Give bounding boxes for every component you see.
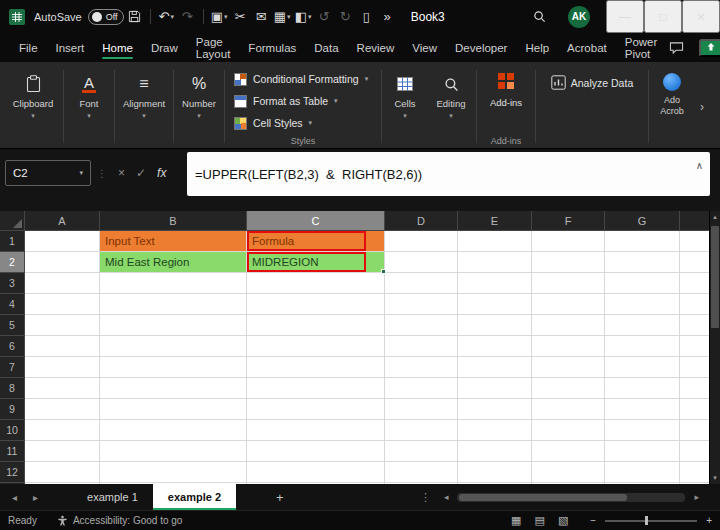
page-layout-view-button[interactable]: ▤ bbox=[535, 514, 545, 527]
cell-A8[interactable] bbox=[25, 378, 100, 399]
cell-C3[interactable] bbox=[247, 273, 385, 294]
name-box[interactable]: C2 ▾ bbox=[5, 160, 91, 186]
zoom-slider-knob[interactable] bbox=[645, 516, 648, 525]
cell-F6[interactable] bbox=[532, 336, 605, 357]
column-header-E[interactable]: E bbox=[458, 211, 532, 231]
menu-page-layout[interactable]: Page Layout bbox=[187, 33, 240, 62]
cell-A11[interactable] bbox=[25, 441, 100, 462]
cell-D7[interactable] bbox=[385, 357, 458, 378]
cell-F8[interactable] bbox=[532, 378, 605, 399]
cell-F12[interactable] bbox=[532, 462, 605, 483]
hscroll-right-icon[interactable]: ▸ bbox=[694, 492, 699, 502]
tab-menu-icon[interactable]: ⋮ bbox=[416, 491, 435, 504]
menu-acrobat[interactable]: Acrobat bbox=[558, 33, 616, 62]
paste-button[interactable]: ▣▾ bbox=[209, 4, 230, 30]
avatar[interactable]: AK bbox=[568, 6, 590, 28]
fill-handle[interactable] bbox=[381, 269, 386, 274]
scroll-down-icon[interactable]: ▾ bbox=[710, 472, 720, 484]
scroll-up-icon[interactable]: ▴ bbox=[710, 211, 720, 223]
cell-D10[interactable] bbox=[385, 420, 458, 441]
normal-view-button[interactable]: ▦ bbox=[511, 514, 521, 527]
menu-developer[interactable]: Developer bbox=[446, 33, 516, 62]
ribbon-group-font[interactable]: A Font ▾ bbox=[65, 65, 113, 148]
cell-A6[interactable] bbox=[25, 336, 100, 357]
drag-handle-icon[interactable]: ⋮ bbox=[97, 168, 107, 179]
insert-function-button[interactable]: fx bbox=[157, 166, 166, 180]
column-header-C[interactable]: C bbox=[247, 211, 385, 231]
horizontal-scrollbar-thumb[interactable] bbox=[459, 494, 627, 501]
menu-file[interactable]: File bbox=[10, 33, 47, 62]
styles-item-conditional-formatting[interactable]: Conditional Formatting▾ bbox=[234, 68, 376, 90]
enter-button[interactable]: ✓ bbox=[136, 166, 146, 180]
cell-D1[interactable] bbox=[385, 231, 458, 252]
cell-C2[interactable]: MIDREGION bbox=[247, 252, 385, 273]
menu-draw[interactable]: Draw bbox=[142, 33, 187, 62]
menu-review[interactable]: Review bbox=[348, 33, 404, 62]
cell-E8[interactable] bbox=[458, 378, 532, 399]
column-header-A[interactable]: A bbox=[25, 211, 100, 231]
cell-F13[interactable] bbox=[532, 483, 605, 484]
sheet-nav-left[interactable]: ◂ bbox=[0, 484, 25, 510]
horizontal-scrollbar[interactable] bbox=[457, 493, 685, 502]
cell-D12[interactable] bbox=[385, 462, 458, 483]
cell-G7[interactable] bbox=[605, 357, 680, 378]
page-break-view-button[interactable]: ▧ bbox=[558, 514, 568, 527]
row-header-11[interactable]: 11 bbox=[0, 441, 25, 462]
cell-G4[interactable] bbox=[605, 294, 680, 315]
row-header-2[interactable]: 2 bbox=[0, 252, 25, 273]
row-header-12[interactable]: 12 bbox=[0, 462, 25, 483]
ribbon-group-number[interactable]: % Number ▾ bbox=[175, 65, 223, 148]
cell-D4[interactable] bbox=[385, 294, 458, 315]
row-header-6[interactable]: 6 bbox=[0, 336, 25, 357]
ribbon-group-acrobat[interactable]: Ado Acrob bbox=[650, 65, 694, 148]
menu-help[interactable]: Help bbox=[516, 33, 558, 62]
cell-C4[interactable] bbox=[247, 294, 385, 315]
ribbon-group-cells[interactable]: Cells ▾ bbox=[383, 65, 427, 148]
cell-F4[interactable] bbox=[532, 294, 605, 315]
comments-button[interactable] bbox=[666, 35, 687, 61]
cell-C11[interactable] bbox=[247, 441, 385, 462]
undo-history-button[interactable]: ↺ bbox=[314, 4, 335, 30]
menu-power-pivot[interactable]: Power Pivot bbox=[616, 33, 667, 62]
cell-B5[interactable] bbox=[100, 315, 247, 336]
cell-D9[interactable] bbox=[385, 399, 458, 420]
cell-A3[interactable] bbox=[25, 273, 100, 294]
cell-A5[interactable] bbox=[25, 315, 100, 336]
row-header-8[interactable]: 8 bbox=[0, 378, 25, 399]
cell-B12[interactable] bbox=[100, 462, 247, 483]
cell-A4[interactable] bbox=[25, 294, 100, 315]
cell-G6[interactable] bbox=[605, 336, 680, 357]
cell-E12[interactable] bbox=[458, 462, 532, 483]
row-header-10[interactable]: 10 bbox=[0, 420, 25, 441]
cell-E10[interactable] bbox=[458, 420, 532, 441]
menu-view[interactable]: View bbox=[403, 33, 446, 62]
cell-C5[interactable] bbox=[247, 315, 385, 336]
styles-item-format-as-table[interactable]: Format as Table▾ bbox=[234, 90, 376, 112]
cell-A2[interactable] bbox=[25, 252, 100, 273]
row-header-4[interactable]: 4 bbox=[0, 294, 25, 315]
accessibility-status[interactable]: Accessibility: Good to go bbox=[57, 515, 183, 526]
table-button[interactable]: ▦▾ bbox=[272, 4, 293, 30]
ribbon-overflow-button[interactable]: › bbox=[694, 65, 710, 148]
maximize-button[interactable]: □ bbox=[644, 0, 682, 33]
cell-B1[interactable]: Input Text bbox=[100, 231, 247, 252]
cell-F10[interactable] bbox=[532, 420, 605, 441]
cell-C7[interactable] bbox=[247, 357, 385, 378]
close-button[interactable]: × bbox=[682, 0, 720, 33]
cell-E9[interactable] bbox=[458, 399, 532, 420]
cell-C1[interactable]: Formula bbox=[247, 231, 385, 252]
select-all-button[interactable] bbox=[0, 211, 25, 231]
cell-D2[interactable] bbox=[385, 252, 458, 273]
cell-F7[interactable] bbox=[532, 357, 605, 378]
cell-G1[interactable] bbox=[605, 231, 680, 252]
cell-C12[interactable] bbox=[247, 462, 385, 483]
cell-D6[interactable] bbox=[385, 336, 458, 357]
mail-button[interactable]: ✉ bbox=[251, 4, 272, 30]
cell-B2[interactable]: Mid East Region bbox=[100, 252, 247, 273]
cell-C13[interactable] bbox=[247, 483, 385, 484]
undo-button[interactable]: ↶▾ bbox=[156, 4, 177, 30]
cell-G13[interactable] bbox=[605, 483, 680, 484]
cell-C8[interactable] bbox=[247, 378, 385, 399]
cell-B4[interactable] bbox=[100, 294, 247, 315]
formula-bar-collapse-icon[interactable]: ∧ bbox=[696, 160, 703, 171]
